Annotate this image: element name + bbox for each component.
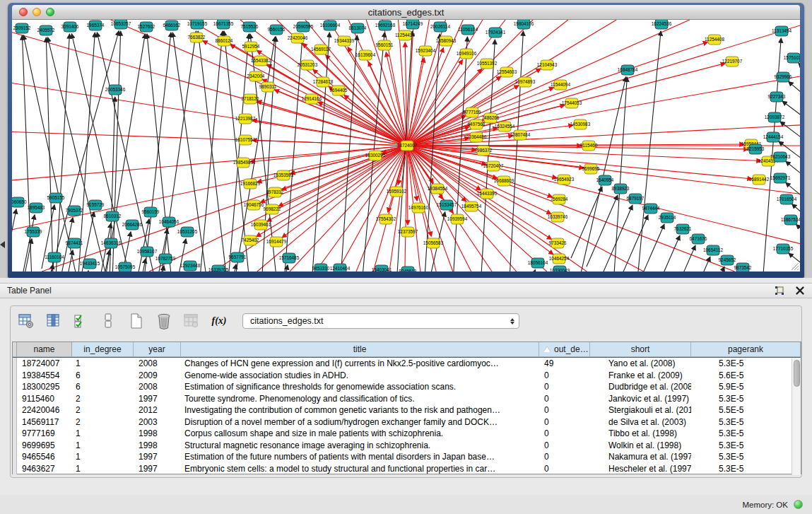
graph-edge[interactable]	[633, 224, 664, 271]
column-header-year[interactable]: year	[134, 342, 181, 357]
table-cell[interactable]: Genome-wide association studies in ADHD.	[181, 370, 539, 382]
table-row[interactable]: 1830029562008Estimation of significance …	[13, 381, 801, 393]
column-header-in_degree[interactable]: in_degree	[72, 342, 134, 357]
close-panel-icon[interactable]	[795, 286, 805, 296]
table-cell[interactable]: Tourette syndrome. Phenomenology and cla…	[181, 393, 539, 405]
table-row[interactable]: 969969511998Structural magnetic resonanc…	[13, 440, 801, 452]
graph-edge[interactable]	[613, 77, 627, 271]
create-column-button[interactable]	[128, 312, 145, 330]
table-cell[interactable]: 19384554	[17, 370, 72, 382]
graph-edge[interactable]	[19, 239, 32, 271]
graph-edge[interactable]	[782, 101, 800, 133]
graph-edge[interactable]	[12, 209, 16, 271]
table-cell[interactable]: 0	[539, 416, 590, 428]
graph-edge[interactable]	[796, 225, 800, 255]
table-row[interactable]: 1872400712008Changes of HCN gene express…	[13, 358, 801, 370]
table-cell[interactable]: 2	[72, 393, 134, 405]
graph-edge[interactable]	[407, 76, 501, 146]
minimize-button[interactable]	[33, 8, 41, 16]
graph-edge[interactable]	[577, 77, 626, 271]
table-cell[interactable]: Estimation of significance thresholds fo…	[181, 381, 539, 393]
graph-edge[interactable]	[274, 90, 407, 146]
delete-column-button-disabled[interactable]	[183, 312, 200, 330]
table-cell[interactable]: 5.5E-5	[691, 404, 801, 416]
table-cell[interactable]: Dudbridge et al. (2008)	[590, 381, 691, 393]
network-window[interactable]: citations_edges.txt 18724007766382288601…	[8, 3, 804, 278]
graph-edge[interactable]	[407, 20, 505, 146]
table-mode-button[interactable]	[18, 312, 35, 330]
column-header-out_de[interactable]: out_de…	[539, 342, 590, 357]
table-cell[interactable]: 0	[539, 370, 590, 382]
graph-edge[interactable]	[405, 146, 407, 271]
table-cell[interactable]: Wolkin et al. (1998)	[590, 440, 691, 452]
graph-edge[interactable]	[407, 146, 752, 179]
vertical-scrollbar[interactable]	[792, 358, 801, 475]
zoom-button[interactable]	[46, 8, 54, 16]
graph-edge[interactable]	[664, 245, 695, 271]
table-row[interactable]: 2242004622012Investigating the contribut…	[13, 404, 801, 416]
table-row[interactable]: 946554611997Estimation of the future num…	[13, 451, 801, 463]
table-cell[interactable]: 1998	[134, 428, 181, 440]
table-cell[interactable]: 0	[539, 404, 590, 416]
table-cell[interactable]: 1	[72, 358, 134, 370]
table-row[interactable]: 946362711997Embryonic stem cells: a mode…	[13, 463, 801, 475]
graph-edge[interactable]	[12, 83, 407, 146]
table-row[interactable]: 977716911998Corpus callosum shape and si…	[13, 428, 801, 440]
table-row[interactable]: 1456911722003Disruption of a novel membe…	[13, 416, 801, 428]
graph-edge[interactable]	[97, 33, 160, 271]
graph-edge[interactable]	[617, 215, 648, 271]
table-cell[interactable]: 1	[72, 463, 134, 475]
table-cell[interactable]: 2	[72, 416, 134, 428]
graph-edge[interactable]	[679, 257, 710, 271]
table-cell[interactable]: 18300295	[17, 381, 72, 393]
table-cell[interactable]: 5.3E-5	[691, 428, 801, 440]
table-cell[interactable]: 9465546	[17, 451, 72, 463]
table-cell[interactable]: 0	[539, 393, 590, 405]
table-cell[interactable]: 5.3E-5	[691, 358, 801, 370]
close-button[interactable]	[19, 8, 28, 16]
graph-edge[interactable]	[12, 146, 407, 230]
graph-edge[interactable]	[198, 31, 231, 271]
graph-edge[interactable]	[587, 195, 618, 267]
table-cell[interactable]: 5.3E-5	[691, 440, 801, 452]
graph-edge[interactable]	[326, 54, 407, 146]
table-row[interactable]: 911546021997Tourette syndrome. Phenomeno…	[13, 393, 801, 405]
table-cell[interactable]: 1997	[134, 451, 181, 463]
table-cell[interactable]: Disruption of a novel member of a sodium…	[181, 416, 539, 428]
graph-edge[interactable]	[407, 146, 408, 225]
delete-table-button[interactable]	[155, 312, 172, 330]
table-cell[interactable]: 2003	[134, 416, 181, 428]
table-cell[interactable]: 6	[72, 381, 134, 393]
table-cell[interactable]: Franke et al. (2009)	[590, 370, 691, 382]
table-cell[interactable]: Nakamura et al. (1997)	[590, 451, 691, 463]
table-cell[interactable]: 0	[539, 463, 590, 475]
graph-edge[interactable]	[76, 33, 95, 271]
column-header-title[interactable]: title	[181, 342, 539, 357]
table-cell[interactable]: 1	[72, 440, 134, 452]
table-cell[interactable]: Embryonic stem cells: a model to study s…	[181, 463, 539, 475]
table-cell[interactable]: 0	[539, 428, 590, 440]
table-cell[interactable]: 6	[72, 370, 134, 382]
table-cell[interactable]: 1997	[134, 463, 181, 475]
show-columns-button[interactable]	[45, 312, 62, 330]
graph-edge[interactable]	[634, 31, 661, 271]
graph-edge[interactable]	[649, 235, 680, 271]
table-cell[interactable]: Jankovic et al. (1997)	[590, 393, 691, 405]
graph-edge[interactable]	[278, 146, 407, 206]
graph-edge[interactable]	[407, 146, 735, 271]
graph-edge[interactable]	[60, 250, 73, 271]
network-window-titlebar[interactable]: citations_edges.txt	[12, 5, 800, 20]
table-cell[interactable]: de Silva et al. (2003)	[590, 416, 691, 428]
column-header-short[interactable]: short	[590, 342, 691, 357]
table-cell[interactable]: Hescheler et al. (1997)	[590, 463, 691, 475]
table-cell[interactable]: 5.3E-5	[691, 451, 801, 463]
table-cell[interactable]: 2009	[134, 370, 181, 382]
table-cell[interactable]: Investigating the contribution of common…	[181, 404, 539, 416]
graph-edge[interactable]	[47, 37, 111, 271]
graph-edge[interactable]	[46, 37, 54, 271]
table-cell[interactable]: 5.3E-5	[691, 416, 801, 428]
table-row[interactable]: 1938455462009Genome-wide association stu…	[13, 370, 801, 382]
unselect-all-columns-button[interactable]	[100, 312, 117, 330]
table-cell[interactable]: Corpus callosum shape and size in male p…	[181, 428, 539, 440]
network-canvas[interactable]: 1872400776638228860124591295416543382234…	[12, 20, 800, 271]
